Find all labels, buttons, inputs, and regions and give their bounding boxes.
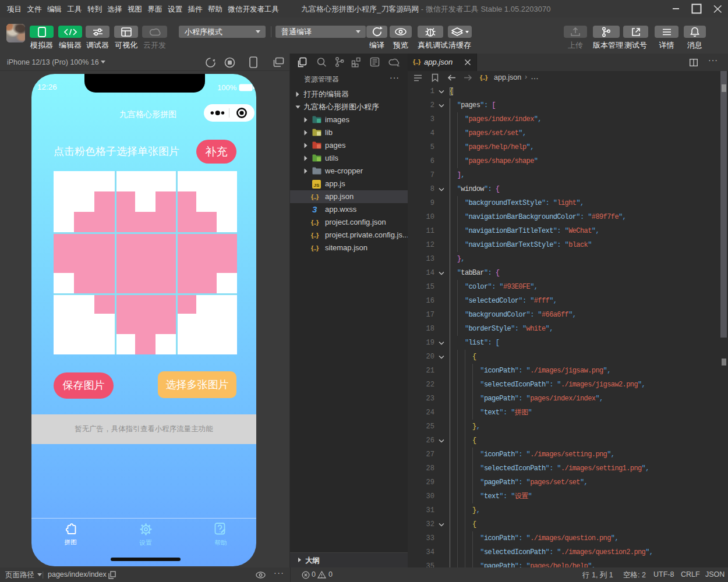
svg-text:JS: JS <box>314 183 320 188</box>
